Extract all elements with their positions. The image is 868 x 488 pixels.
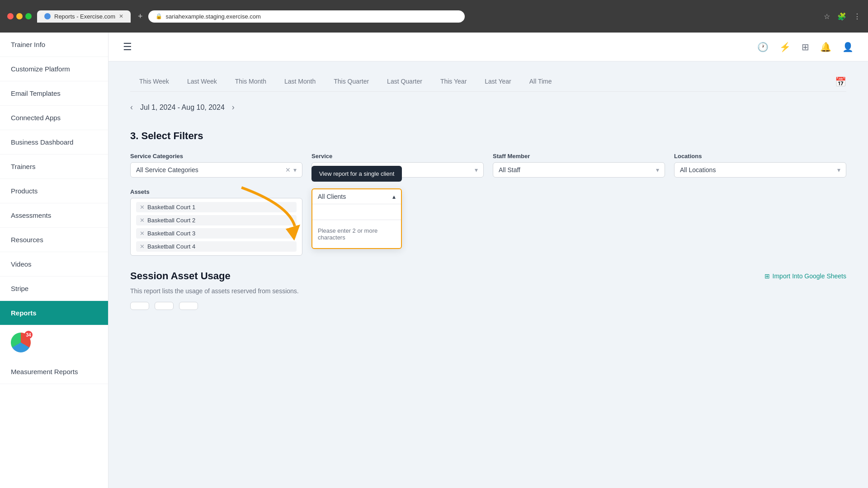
next-date-button[interactable]: ›	[232, 103, 235, 112]
import-icon: ⊞	[764, 272, 770, 280]
session-button-2[interactable]	[155, 302, 174, 310]
tab-last-week[interactable]: Last Week	[178, 72, 226, 91]
session-title: Session Asset Usage	[130, 270, 231, 282]
staff-select[interactable]: All Staff ▾	[493, 162, 665, 178]
sidebar-label-products: Products	[11, 187, 38, 195]
locations-value: All Locations	[680, 166, 837, 174]
import-google-sheets-link[interactable]: ⊞ Import Into Google Sheets	[764, 272, 846, 280]
session-description: This report lists the usage of assets re…	[130, 287, 846, 295]
tooltip-text: View report for a single client	[319, 170, 395, 177]
staff-filter: Staff Member All Staff ▾	[493, 153, 665, 178]
asset-tag-1-label: Basketball Court 1	[147, 204, 195, 211]
lock-icon: 🔒	[156, 13, 162, 19]
session-section-header: Session Asset Usage ⊞ Import Into Google…	[130, 270, 846, 282]
sidebar-item-reports[interactable]: Reports	[0, 301, 108, 325]
service-categories-select[interactable]: All Service Categories ✕ ▾	[130, 162, 302, 178]
browser-tab[interactable]: Reports - Exercise.com ✕	[37, 10, 131, 23]
grid-icon[interactable]: ⊞	[802, 42, 809, 52]
browser-chrome: Reports - Exercise.com ✕ + 🔒 sariahexamp…	[0, 0, 868, 33]
tab-this-quarter[interactable]: This Quarter	[325, 72, 378, 91]
client-dropdown[interactable]: All Clients ▴ Please enter 2 or more cha…	[311, 188, 402, 249]
staff-label: Staff Member	[493, 153, 665, 160]
sidebar-item-connected-apps[interactable]: Connected Apps	[0, 106, 108, 130]
sidebar-item-trainer-info[interactable]: Trainer Info	[0, 33, 108, 57]
sidebar-label-measurement-reports: Measurement Reports	[11, 368, 78, 375]
address-bar[interactable]: 🔒 sariahexample.staging.exercise.com	[148, 10, 465, 23]
sidebar-item-measurement-reports[interactable]: Measurement Reports	[0, 360, 108, 384]
service-categories-arrow: ▾	[293, 166, 297, 174]
date-range: ‹ Jul 1, 2024 - Aug 10, 2024 ›	[130, 99, 846, 116]
sidebar-item-products[interactable]: Products	[0, 179, 108, 203]
tab-close-button[interactable]: ✕	[119, 13, 123, 19]
tab-last-year[interactable]: Last Year	[476, 72, 520, 91]
calendar-icon[interactable]: 📅	[835, 76, 846, 87]
maximize-dot[interactable]	[25, 13, 32, 19]
lightning-icon[interactable]: ⚡	[779, 42, 791, 52]
star-icon[interactable]: ☆	[824, 12, 830, 21]
tab-this-year[interactable]: This Year	[431, 72, 476, 91]
locations-select[interactable]: All Locations ▾	[674, 162, 846, 178]
sidebar-item-stripe[interactable]: Stripe	[0, 277, 108, 301]
sidebar-item-trainers[interactable]: Trainers	[0, 155, 108, 179]
sidebar-label-videos: Videos	[11, 260, 32, 268]
history-icon[interactable]: 🕐	[757, 42, 769, 52]
filters-section-title: 3. Select Filters	[130, 130, 846, 142]
sidebar-avatar-section: 34	[0, 325, 108, 360]
prev-date-button[interactable]: ‹	[130, 103, 133, 112]
new-tab-button[interactable]: +	[138, 12, 143, 21]
avatar-wrapper: 34	[11, 333, 31, 352]
extensions-icon[interactable]: 🧩	[837, 12, 846, 21]
tab-favicon	[44, 13, 51, 19]
session-button-1[interactable]	[130, 302, 149, 310]
sidebar-item-videos[interactable]: Videos	[0, 252, 108, 277]
sidebar-item-resources[interactable]: Resources	[0, 228, 108, 252]
bell-icon[interactable]: 🔔	[820, 42, 831, 52]
sidebar-item-customize-platform[interactable]: Customize Platform	[0, 57, 108, 81]
sidebar-label-customize-platform: Customize Platform	[11, 65, 70, 73]
tab-all-time[interactable]: All Time	[520, 72, 561, 91]
tab-last-quarter[interactable]: Last Quarter	[378, 72, 431, 91]
user-icon[interactable]: 👤	[842, 42, 854, 52]
session-button-3[interactable]	[179, 302, 198, 310]
sidebar-label-reports: Reports	[11, 309, 37, 317]
client-dropdown-title: All Clients	[318, 193, 346, 200]
tab-this-month[interactable]: This Month	[226, 72, 275, 91]
service-categories-value: All Service Categories	[136, 166, 285, 174]
locations-label: Locations	[674, 153, 846, 160]
sidebar-label-connected-apps: Connected Apps	[11, 114, 61, 122]
sidebar-label-trainers: Trainers	[11, 163, 35, 170]
service-categories-clear[interactable]: ✕	[285, 166, 291, 174]
hamburger-icon[interactable]: ☰	[123, 41, 132, 53]
client-dropdown-header: All Clients ▴	[312, 189, 401, 204]
client-tooltip: View report for a single client	[311, 166, 402, 182]
client-dropdown-arrow: ▴	[392, 193, 396, 200]
content-area: This Week Last Week This Month Last Mont…	[108, 61, 868, 488]
sidebar-label-resources: Resources	[11, 236, 43, 244]
client-search-input[interactable]	[318, 208, 396, 216]
asset-tag-1-remove[interactable]: ✕	[140, 204, 145, 211]
tab-last-month[interactable]: Last Month	[275, 72, 325, 91]
asset-tag-3-remove[interactable]: ✕	[140, 230, 145, 237]
sidebar-item-email-templates[interactable]: Email Templates	[0, 81, 108, 106]
main-content: ☰ 🕐 ⚡ ⊞ 🔔 👤 This Week Last Week This Mon…	[108, 33, 868, 488]
asset-tag-3-label: Basketball Court 3	[147, 230, 195, 237]
assets-label: Assets	[130, 188, 302, 195]
assets-client-row: Assets ✕ Basketball Court 1 ✕ Basketball…	[130, 188, 846, 256]
app-layout: Trainer Info Customize Platform Email Te…	[0, 33, 868, 488]
top-bar: ☰ 🕐 ⚡ ⊞ 🔔 👤	[108, 33, 868, 61]
asset-tag-4-remove[interactable]: ✕	[140, 243, 145, 250]
locations-arrow: ▾	[837, 166, 840, 174]
minimize-dot[interactable]	[16, 13, 23, 19]
client-dropdown-message: Please enter 2 or more characters	[312, 220, 401, 248]
sidebar: Trainer Info Customize Platform Email Te…	[0, 33, 108, 488]
menu-icon[interactable]: ⋮	[854, 12, 861, 21]
close-dot[interactable]	[7, 13, 14, 19]
sidebar-label-trainer-info: Trainer Info	[11, 41, 45, 48]
client-filter: Client View report for a single client	[311, 188, 484, 256]
date-tabs: This Week Last Week This Month Last Mont…	[130, 72, 846, 92]
sidebar-item-assessments[interactable]: Assessments	[0, 203, 108, 228]
sidebar-item-business-dashboard[interactable]: Business Dashboard	[0, 130, 108, 155]
tab-this-week[interactable]: This Week	[130, 72, 178, 91]
asset-tag-2-remove[interactable]: ✕	[140, 217, 145, 224]
date-range-display: Jul 1, 2024 - Aug 10, 2024	[140, 103, 225, 112]
